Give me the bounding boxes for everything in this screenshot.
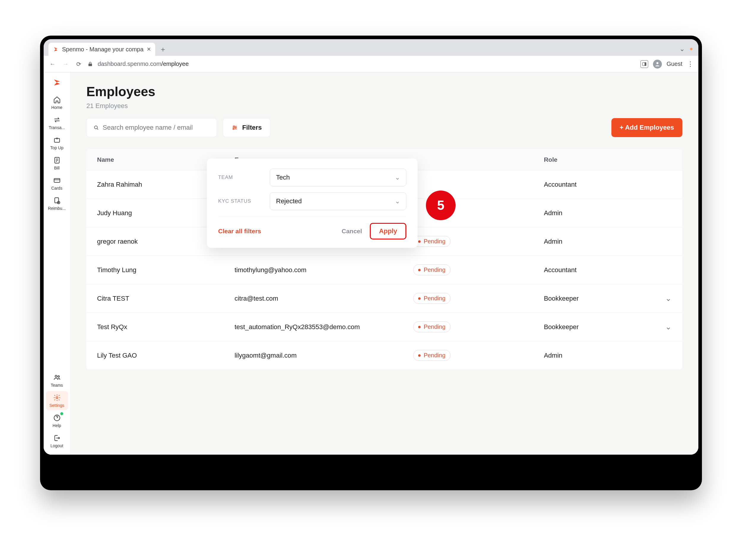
browser-menu-icon[interactable]: ⋮ bbox=[687, 60, 694, 68]
reimbursement-icon bbox=[53, 197, 61, 205]
nav-reload-icon[interactable]: ⟳ bbox=[74, 61, 83, 68]
svg-rect-1 bbox=[644, 62, 646, 66]
sidebar-label: Help bbox=[53, 423, 61, 428]
sidebar-item-teams[interactable]: Teams bbox=[46, 371, 68, 390]
table-row[interactable]: Timothy Lungtimothylung@yahoo.comPending… bbox=[86, 256, 682, 284]
sidebar-item-bill[interactable]: Bill bbox=[46, 154, 68, 173]
col-role: Role bbox=[544, 156, 654, 163]
status-dot-icon bbox=[418, 240, 421, 243]
status-badge: Pending bbox=[413, 293, 450, 304]
cell-role: Accountant bbox=[544, 181, 654, 188]
chevron-down-icon: ⌄ bbox=[395, 198, 400, 205]
sidebar-item-transactions[interactable]: Transa... bbox=[46, 113, 68, 132]
nav-forward-icon[interactable]: → bbox=[61, 61, 70, 67]
cell-name: Citra TEST bbox=[97, 295, 234, 302]
svg-point-2 bbox=[656, 62, 658, 64]
app-logo-icon[interactable] bbox=[51, 76, 63, 89]
cell-role: Admin bbox=[544, 209, 654, 217]
sidebar-item-topup[interactable]: Top Up bbox=[46, 133, 68, 153]
logout-icon bbox=[53, 434, 61, 442]
page-title: Employees bbox=[86, 84, 682, 99]
chevron-down-icon: ⌄ bbox=[395, 174, 400, 181]
table-row[interactable]: Citra TESTcitra@test.comPendingBookkeepe… bbox=[86, 284, 682, 313]
url-host: dashboard.spenmo.com bbox=[98, 61, 161, 67]
status-dot-icon bbox=[418, 269, 421, 271]
nav-back-icon[interactable]: ← bbox=[48, 61, 57, 67]
svg-point-13 bbox=[233, 126, 234, 127]
gear-icon bbox=[53, 394, 61, 402]
row-expand[interactable]: ⌄ bbox=[654, 322, 672, 332]
tab-title: Spenmo - Manage your compa bbox=[62, 46, 144, 53]
status-badge: Pending bbox=[413, 321, 450, 332]
row-expand[interactable]: ⌄ bbox=[654, 294, 672, 303]
search-input[interactable] bbox=[103, 124, 210, 131]
filter-kyc-select[interactable]: Rejected ⌄ bbox=[270, 192, 406, 210]
status-badge: Pending bbox=[413, 265, 450, 275]
cell-status: Pending bbox=[413, 350, 544, 361]
clear-filters-button[interactable]: Clear all filters bbox=[218, 228, 261, 235]
browser-urlbar: ← → ⟳ dashboard.spenmo.com/employee Gues… bbox=[44, 56, 698, 72]
cell-status: Pending bbox=[413, 293, 544, 304]
monitor-stand bbox=[294, 454, 448, 487]
profile-label[interactable]: Guest bbox=[667, 61, 682, 67]
teams-icon bbox=[53, 373, 61, 382]
sidebar-label: Top Up bbox=[50, 146, 63, 150]
filter-kyc-value: Rejected bbox=[276, 198, 302, 205]
filters-button[interactable]: Filters bbox=[223, 118, 270, 137]
sidebar-label: Logout bbox=[50, 443, 63, 448]
cell-role: Bookkeeper bbox=[544, 295, 654, 302]
cell-name: Lily Test GAO bbox=[97, 352, 234, 359]
cell-status: Pending bbox=[413, 321, 544, 332]
profile-avatar-icon[interactable] bbox=[653, 60, 662, 68]
filter-team-label: TEAM bbox=[218, 174, 263, 180]
sidebar-label: Transa... bbox=[49, 125, 65, 130]
tab-close-icon[interactable]: ✕ bbox=[147, 46, 151, 53]
sidebar-item-home[interactable]: Home bbox=[46, 93, 68, 112]
step-badge: 5 bbox=[426, 190, 456, 220]
add-employees-label: + Add Employees bbox=[620, 124, 674, 131]
help-icon bbox=[53, 414, 61, 422]
lock-icon[interactable] bbox=[88, 61, 93, 67]
toolbar: Filters + Add Employees bbox=[86, 118, 682, 137]
add-employees-button[interactable]: + Add Employees bbox=[612, 118, 682, 137]
monitor-frame: Spenmo - Manage your compa ✕ ＋ ⌄ ← → ⟳ d… bbox=[40, 36, 702, 490]
svg-rect-6 bbox=[55, 198, 58, 203]
sliders-icon bbox=[231, 124, 238, 131]
main: Employees 21 Employees Filters + Add Emp… bbox=[70, 72, 698, 455]
window-indicator-icon bbox=[690, 48, 692, 50]
svg-rect-5 bbox=[54, 179, 60, 182]
url-text[interactable]: dashboard.spenmo.com/employee bbox=[98, 61, 189, 67]
status-badge: Pending bbox=[413, 236, 450, 247]
status-dot-icon bbox=[418, 297, 421, 300]
svg-point-10 bbox=[56, 397, 58, 399]
svg-point-12 bbox=[94, 126, 97, 129]
sidebar-label: Settings bbox=[49, 403, 64, 408]
status-text: Pending bbox=[424, 238, 445, 245]
cell-role: Accountant bbox=[544, 266, 654, 274]
sidebar-item-help[interactable]: Help bbox=[46, 411, 68, 430]
apply-button[interactable]: Apply bbox=[370, 223, 406, 239]
sidebar-item-logout[interactable]: Logout bbox=[46, 432, 68, 450]
status-text: Pending bbox=[424, 295, 445, 302]
cell-role: Admin bbox=[544, 238, 654, 245]
tabs-menu-icon[interactable]: ⌄ bbox=[679, 45, 685, 53]
new-tab-button[interactable]: ＋ bbox=[158, 44, 168, 55]
sidebar-label: Bill bbox=[54, 166, 60, 170]
bill-icon bbox=[53, 156, 61, 164]
sidebar-item-cards[interactable]: Cards bbox=[46, 174, 68, 193]
sidebar-item-reimbursement[interactable]: Reimbu... bbox=[46, 194, 68, 213]
svg-point-15 bbox=[233, 128, 234, 130]
filters-actions: Clear all filters Cancel Apply bbox=[218, 223, 406, 239]
cancel-button[interactable]: Cancel bbox=[341, 228, 362, 235]
browser-tab[interactable]: Spenmo - Manage your compa ✕ bbox=[48, 43, 155, 56]
filter-kyc-label: KYC STATUS bbox=[218, 198, 263, 204]
filter-team-select[interactable]: Tech ⌄ bbox=[270, 169, 406, 186]
sidebar-item-settings[interactable]: Settings bbox=[46, 391, 68, 410]
panel-toggle-icon[interactable] bbox=[640, 60, 648, 68]
cards-icon bbox=[53, 176, 61, 184]
search-input-wrap[interactable] bbox=[86, 118, 217, 137]
table-row[interactable]: Test RyQxtest_automation_RyQx283553@demo… bbox=[86, 313, 682, 341]
table-row[interactable]: Lily Test GAOlilygaomt@gmail.comPendingA… bbox=[86, 341, 682, 370]
browser-tabbar: Spenmo - Manage your compa ✕ ＋ ⌄ bbox=[44, 39, 698, 56]
cell-name: Timothy Lung bbox=[97, 266, 234, 274]
